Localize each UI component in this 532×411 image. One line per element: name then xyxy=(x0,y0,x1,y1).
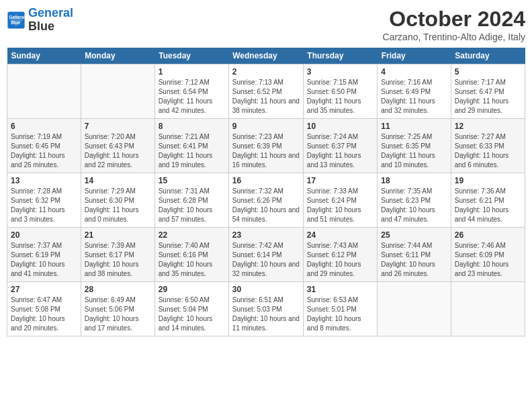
day-number: 11 xyxy=(381,122,447,131)
logo: General Blue GeneralBlue xyxy=(7,7,73,34)
calendar-cell xyxy=(7,64,81,119)
day-number: 18 xyxy=(381,176,447,185)
calendar-cell: 15Sunrise: 7:31 AMSunset: 6:28 PMDayligh… xyxy=(154,173,228,228)
day-number: 26 xyxy=(455,230,521,240)
day-number: 20 xyxy=(11,230,77,240)
day-number: 2 xyxy=(232,67,300,77)
calendar-cell: 18Sunrise: 7:35 AMSunset: 6:23 PMDayligh… xyxy=(378,173,451,228)
day-number: 16 xyxy=(232,176,300,185)
week-row-4: 20Sunrise: 7:37 AMSunset: 6:19 PMDayligh… xyxy=(7,228,525,282)
day-number: 31 xyxy=(307,285,373,294)
day-info: Sunrise: 7:27 AMSunset: 6:33 PMDaylight:… xyxy=(455,132,521,170)
day-number: 30 xyxy=(232,285,300,294)
day-info: Sunrise: 6:47 AMSunset: 5:08 PMDaylight:… xyxy=(11,295,77,333)
week-row-5: 27Sunrise: 6:47 AMSunset: 5:08 PMDayligh… xyxy=(7,282,525,336)
day-info: Sunrise: 7:31 AMSunset: 6:28 PMDaylight:… xyxy=(159,187,225,224)
week-row-3: 13Sunrise: 7:28 AMSunset: 6:32 PMDayligh… xyxy=(7,173,525,228)
calendar-cell: 29Sunrise: 6:50 AMSunset: 5:04 PMDayligh… xyxy=(154,282,228,336)
day-number: 9 xyxy=(232,122,300,131)
calendar-cell: 9Sunrise: 7:23 AMSunset: 6:39 PMDaylight… xyxy=(228,119,303,173)
svg-text:Blue: Blue xyxy=(11,19,20,24)
day-info: Sunrise: 7:25 AMSunset: 6:35 PMDaylight:… xyxy=(381,132,447,170)
calendar-cell: 22Sunrise: 7:40 AMSunset: 6:16 PMDayligh… xyxy=(154,228,228,282)
day-info: Sunrise: 6:50 AMSunset: 5:04 PMDaylight:… xyxy=(159,295,225,333)
day-info: Sunrise: 7:20 AMSunset: 6:43 PMDaylight:… xyxy=(85,132,151,170)
day-info: Sunrise: 7:17 AMSunset: 6:47 PMDaylight:… xyxy=(455,78,521,116)
calendar-cell: 30Sunrise: 6:51 AMSunset: 5:03 PMDayligh… xyxy=(228,282,303,336)
day-info: Sunrise: 7:40 AMSunset: 6:16 PMDaylight:… xyxy=(159,241,225,279)
day-number: 14 xyxy=(85,176,151,185)
calendar-cell: 2Sunrise: 7:13 AMSunset: 6:52 PMDaylight… xyxy=(228,64,303,119)
day-number: 17 xyxy=(307,176,373,185)
week-row-2: 6Sunrise: 7:19 AMSunset: 6:45 PMDaylight… xyxy=(7,119,525,173)
day-info: Sunrise: 7:16 AMSunset: 6:49 PMDaylight:… xyxy=(381,78,447,116)
day-number: 3 xyxy=(307,67,373,77)
day-number: 4 xyxy=(381,67,447,77)
logo-icon: General Blue xyxy=(7,11,26,30)
day-number: 7 xyxy=(85,122,151,131)
day-info: Sunrise: 7:36 AMSunset: 6:21 PMDaylight:… xyxy=(455,187,521,224)
calendar-cell xyxy=(378,282,451,336)
day-number: 29 xyxy=(159,285,225,294)
day-info: Sunrise: 7:37 AMSunset: 6:19 PMDaylight:… xyxy=(11,241,77,279)
day-number: 5 xyxy=(455,67,521,77)
day-info: Sunrise: 6:53 AMSunset: 5:01 PMDaylight:… xyxy=(307,295,373,333)
day-info: Sunrise: 6:49 AMSunset: 5:06 PMDaylight:… xyxy=(85,295,151,333)
logo-text: GeneralBlue xyxy=(28,7,73,34)
day-number: 8 xyxy=(159,122,225,131)
day-info: Sunrise: 7:13 AMSunset: 6:52 PMDaylight:… xyxy=(232,78,300,116)
day-number: 21 xyxy=(85,230,151,240)
day-info: Sunrise: 7:23 AMSunset: 6:39 PMDaylight:… xyxy=(232,132,300,170)
day-number: 22 xyxy=(159,230,225,240)
calendar-cell: 1Sunrise: 7:12 AMSunset: 6:54 PMDaylight… xyxy=(154,64,228,119)
month-title: October 2024 xyxy=(383,7,525,32)
day-number: 1 xyxy=(159,67,225,77)
calendar-cell: 31Sunrise: 6:53 AMSunset: 5:01 PMDayligh… xyxy=(303,282,377,336)
day-info: Sunrise: 7:43 AMSunset: 6:12 PMDaylight:… xyxy=(307,241,373,279)
weekday-header-row: SundayMondayTuesdayWednesdayThursdayFrid… xyxy=(7,48,525,64)
day-info: Sunrise: 7:15 AMSunset: 6:50 PMDaylight:… xyxy=(307,78,373,116)
day-number: 10 xyxy=(307,122,373,131)
calendar-cell: 25Sunrise: 7:44 AMSunset: 6:11 PMDayligh… xyxy=(378,228,451,282)
day-info: Sunrise: 7:12 AMSunset: 6:54 PMDaylight:… xyxy=(159,78,225,116)
weekday-header-saturday: Saturday xyxy=(451,48,525,64)
day-info: Sunrise: 7:21 AMSunset: 6:41 PMDaylight:… xyxy=(159,132,225,170)
day-number: 27 xyxy=(11,285,77,294)
calendar-cell: 20Sunrise: 7:37 AMSunset: 6:19 PMDayligh… xyxy=(7,228,81,282)
calendar-cell: 5Sunrise: 7:17 AMSunset: 6:47 PMDaylight… xyxy=(451,64,525,119)
day-info: Sunrise: 7:44 AMSunset: 6:11 PMDaylight:… xyxy=(381,241,447,279)
day-number: 15 xyxy=(159,176,225,185)
calendar-cell: 6Sunrise: 7:19 AMSunset: 6:45 PMDaylight… xyxy=(7,119,81,173)
day-number: 28 xyxy=(85,285,151,294)
calendar-cell: 4Sunrise: 7:16 AMSunset: 6:49 PMDaylight… xyxy=(378,64,451,119)
day-info: Sunrise: 7:29 AMSunset: 6:30 PMDaylight:… xyxy=(85,187,151,224)
calendar-cell: 17Sunrise: 7:33 AMSunset: 6:24 PMDayligh… xyxy=(303,173,377,228)
day-number: 24 xyxy=(307,230,373,240)
weekday-header-thursday: Thursday xyxy=(303,48,377,64)
day-info: Sunrise: 7:28 AMSunset: 6:32 PMDaylight:… xyxy=(11,187,77,224)
calendar-cell: 11Sunrise: 7:25 AMSunset: 6:35 PMDayligh… xyxy=(378,119,451,173)
calendar-cell: 12Sunrise: 7:27 AMSunset: 6:33 PMDayligh… xyxy=(451,119,525,173)
location: Carzano, Trentino-Alto Adige, Italy xyxy=(383,32,525,42)
weekday-header-sunday: Sunday xyxy=(7,48,81,64)
calendar-cell: 14Sunrise: 7:29 AMSunset: 6:30 PMDayligh… xyxy=(81,173,154,228)
calendar-cell: 13Sunrise: 7:28 AMSunset: 6:32 PMDayligh… xyxy=(7,173,81,228)
weekday-header-wednesday: Wednesday xyxy=(228,48,303,64)
day-number: 12 xyxy=(455,122,521,131)
calendar-table: SundayMondayTuesdayWednesdayThursdayFrid… xyxy=(7,48,525,336)
calendar-cell: 10Sunrise: 7:24 AMSunset: 6:37 PMDayligh… xyxy=(303,119,377,173)
day-number: 25 xyxy=(381,230,447,240)
calendar-cell: 8Sunrise: 7:21 AMSunset: 6:41 PMDaylight… xyxy=(154,119,228,173)
weekday-header-friday: Friday xyxy=(378,48,451,64)
day-info: Sunrise: 7:33 AMSunset: 6:24 PMDaylight:… xyxy=(307,187,373,224)
day-number: 23 xyxy=(232,230,300,240)
day-info: Sunrise: 7:19 AMSunset: 6:45 PMDaylight:… xyxy=(11,132,77,170)
day-info: Sunrise: 6:51 AMSunset: 5:03 PMDaylight:… xyxy=(232,295,300,333)
day-info: Sunrise: 7:46 AMSunset: 6:09 PMDaylight:… xyxy=(455,241,521,279)
calendar-cell: 3Sunrise: 7:15 AMSunset: 6:50 PMDaylight… xyxy=(303,64,377,119)
calendar-cell: 28Sunrise: 6:49 AMSunset: 5:06 PMDayligh… xyxy=(81,282,154,336)
weekday-header-tuesday: Tuesday xyxy=(154,48,228,64)
calendar-cell: 27Sunrise: 6:47 AMSunset: 5:08 PMDayligh… xyxy=(7,282,81,336)
weekday-header-monday: Monday xyxy=(81,48,154,64)
calendar-cell: 7Sunrise: 7:20 AMSunset: 6:43 PMDaylight… xyxy=(81,119,154,173)
